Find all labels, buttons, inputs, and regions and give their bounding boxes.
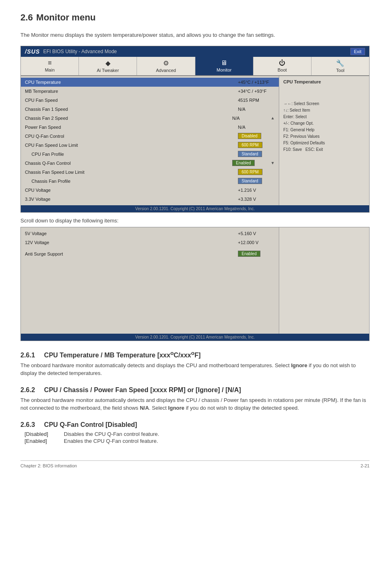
monitor-icon: 🖥 bbox=[197, 59, 251, 67]
bios-content-area-2: 5V Voltage +5.160 V 12V Voltage +12.000 … bbox=[21, 227, 369, 334]
bios-rows-panel-2: 5V Voltage +5.160 V 12V Voltage +12.000 … bbox=[21, 227, 279, 334]
badge-600rpm-cpu: 600 RPM bbox=[238, 142, 262, 148]
bios-ui-secondary: 5V Voltage +5.160 V 12V Voltage +12.000 … bbox=[20, 227, 370, 341]
def-disabled: [Disabled] Disables the CPU Q-Fan contro… bbox=[25, 431, 370, 437]
label-12v: 12V Voltage bbox=[25, 240, 238, 245]
main-icon: ≡ bbox=[22, 59, 77, 67]
value-chassis-fan-profile: Standard bbox=[238, 178, 275, 184]
badge-enabled-antisurge: Enabled bbox=[238, 251, 260, 257]
row-chassis-qfan[interactable]: Chassis Q-Fan Control Enabled ▼ bbox=[21, 159, 279, 168]
subsection-263: 2.6.3 CPU Q-Fan Control [Disabled] [Disa… bbox=[20, 421, 370, 444]
label-chassis-fan2: Chassis Fan 2 Speed bbox=[25, 116, 232, 121]
value-cpu-fan-profile: Standard bbox=[238, 151, 275, 157]
subsection-263-title: 2.6.3 CPU Q-Fan Control [Disabled] bbox=[20, 421, 370, 429]
advanced-icon: ⚙ bbox=[139, 59, 193, 67]
nav-tool-label: Tool bbox=[336, 68, 344, 73]
value-cpu-voltage: +1.216 V bbox=[238, 188, 275, 193]
bios-content-area: CPU Temperature +45°C / +113°F MB Temper… bbox=[21, 76, 369, 205]
subsection-261-heading: CPU Temperature / MB Temperature [xxxoC/… bbox=[44, 352, 201, 359]
subsection-263-heading: CPU Q-Fan Control [Disabled] bbox=[44, 421, 137, 428]
label-cpu-qfan: CPU Q-Fan Control bbox=[25, 134, 238, 139]
footer-page-number: 2-21 bbox=[361, 463, 370, 468]
value-chassis-qfan: Enabled bbox=[232, 160, 269, 166]
subsection-261-desc: The onboard hardware monitor automatical… bbox=[20, 361, 370, 377]
badge-standard-cpu: Standard bbox=[238, 151, 262, 157]
value-chassis-fan-low-limit: 600 RPM bbox=[238, 169, 275, 175]
label-33v-voltage: 3.3V Voltage bbox=[25, 197, 238, 202]
label-mb-temperature: MB Temperature bbox=[25, 89, 238, 94]
ai-tweaker-icon: ◆ bbox=[81, 59, 135, 67]
value-cpu-temperature: +45°C / +113°F bbox=[238, 80, 275, 85]
row-cpu-temperature[interactable]: CPU Temperature +45°C / +113°F bbox=[21, 78, 279, 87]
bios-nav: ≡ Main ◆ Ai Tweaker ⚙ Advanced 🖥 Monitor… bbox=[21, 57, 369, 76]
scroll-label: Scroll down to display the following ite… bbox=[20, 218, 370, 224]
label-cpu-temperature: CPU Temperature bbox=[25, 80, 238, 85]
value-mb-temperature: +34°C / +93°F bbox=[238, 89, 275, 94]
label-chassis-qfan: Chassis Q-Fan Control bbox=[25, 161, 232, 166]
label-chassis-fan-low-limit: Chassis Fan Speed Low Limit bbox=[25, 170, 238, 175]
def-term-enabled: [Enabled] bbox=[25, 438, 57, 444]
row-chassis-fan-profile[interactable]: Chassis Fan Profile Standard bbox=[21, 177, 279, 186]
nav-ai-tweaker-label: Ai Tweaker bbox=[97, 68, 119, 73]
value-anti-surge: Enabled bbox=[238, 251, 275, 257]
label-cpu-fan-low-limit: CPU Fan Speed Low Limit bbox=[25, 143, 238, 148]
row-chassis-fan2[interactable]: Chassis Fan 2 Speed N/A ▲ bbox=[21, 114, 279, 123]
value-power-fan: N/A bbox=[238, 125, 275, 130]
subsection-263-number: 2.6.3 bbox=[20, 421, 35, 428]
row-power-fan[interactable]: Power Fan Speed N/A bbox=[21, 123, 279, 132]
subsection-262-title: 2.6.2 CPU / Chassis / Power Fan Speed [x… bbox=[20, 386, 370, 394]
nav-boot-label: Boot bbox=[278, 67, 287, 72]
section-number: 2.6 bbox=[20, 12, 33, 23]
nav-monitor[interactable]: 🖥 Monitor bbox=[195, 57, 253, 75]
value-chassis-fan2: N/A bbox=[232, 116, 269, 121]
row-cpu-voltage[interactable]: CPU Voltage +1.216 V bbox=[21, 186, 279, 195]
label-anti-surge: Anti Surge Support bbox=[25, 251, 238, 256]
def-desc-disabled: Disables the CPU Q-Fan control feature. bbox=[64, 431, 159, 437]
boot-icon: ⏻ bbox=[255, 59, 309, 67]
value-33v-voltage: +3.328 V bbox=[238, 197, 275, 202]
subsection-262-heading: CPU / Chassis / Power Fan Speed [xxxx RP… bbox=[44, 386, 241, 393]
nav-advanced[interactable]: ⚙ Advanced bbox=[137, 57, 195, 75]
label-chassis-fan-profile: Chassis Fan Profile bbox=[25, 179, 238, 184]
bios-info-panel: CPU Temperature →←: Select Screen ↑↓: Se… bbox=[279, 76, 369, 205]
value-cpu-qfan: Disabled bbox=[238, 133, 275, 139]
row-33v-voltage[interactable]: 3.3V Voltage +3.328 V bbox=[21, 195, 279, 204]
value-12v: +12.000 V bbox=[238, 240, 275, 245]
asus-logo: /SUS bbox=[25, 48, 40, 55]
row-chassis-fan1[interactable]: Chassis Fan 1 Speed N/A bbox=[21, 105, 279, 114]
nav-ai-tweaker[interactable]: ◆ Ai Tweaker bbox=[79, 57, 137, 75]
section-heading: Monitor menu bbox=[36, 12, 96, 23]
value-5v: +5.160 V bbox=[238, 231, 275, 236]
info-panel-title: CPU Temperature bbox=[283, 79, 365, 84]
row-cpu-qfan[interactable]: CPU Q-Fan Control Disabled bbox=[21, 132, 279, 141]
row-cpu-fan-speed[interactable]: CPU Fan Speed 4515 RPM bbox=[21, 96, 279, 105]
bios-exit-button[interactable]: Exit bbox=[350, 48, 365, 55]
row-anti-surge[interactable]: Anti Surge Support Enabled bbox=[21, 249, 279, 258]
subsection-262: 2.6.2 CPU / Chassis / Power Fan Speed [x… bbox=[20, 386, 370, 412]
row-chassis-fan-low-limit[interactable]: Chassis Fan Speed Low Limit 600 RPM bbox=[21, 168, 279, 177]
bios-info-panel-2 bbox=[279, 227, 369, 334]
def-term-disabled: [Disabled] bbox=[25, 431, 57, 437]
label-power-fan: Power Fan Speed bbox=[25, 125, 238, 130]
nav-tool[interactable]: 🔧 Tool bbox=[312, 57, 369, 75]
row-cpu-fan-profile[interactable]: CPU Fan Profile Standard bbox=[21, 150, 279, 159]
label-cpu-voltage: CPU Voltage bbox=[25, 188, 238, 193]
row-mb-temperature[interactable]: MB Temperature +34°C / +93°F bbox=[21, 87, 279, 96]
bios-footer-secondary: Version 2.00.1201. Copyright (C) 2011 Am… bbox=[21, 334, 369, 341]
subsection-261: 2.6.1 CPU Temperature / MB Temperature [… bbox=[20, 350, 370, 377]
subsection-261-title: 2.6.1 CPU Temperature / MB Temperature [… bbox=[20, 350, 370, 359]
nav-main-label: Main bbox=[45, 67, 55, 72]
row-cpu-fan-low-limit[interactable]: CPU Fan Speed Low Limit 600 RPM bbox=[21, 141, 279, 150]
badge-standard-chassis: Standard bbox=[238, 178, 262, 184]
nav-main[interactable]: ≡ Main bbox=[21, 57, 79, 75]
tool-icon: 🔧 bbox=[313, 59, 368, 67]
bios-header: /SUS EFI BIOS Utility - Advanced Mode Ex… bbox=[21, 46, 369, 57]
definitions-263: [Disabled] Disables the CPU Q-Fan contro… bbox=[25, 431, 370, 444]
value-cpu-fan-low-limit: 600 RPM bbox=[238, 142, 275, 148]
row-12v[interactable]: 12V Voltage +12.000 V bbox=[21, 238, 279, 247]
bios-rows-panel: CPU Temperature +45°C / +113°F MB Temper… bbox=[21, 76, 279, 205]
row-5v[interactable]: 5V Voltage +5.160 V bbox=[21, 229, 279, 238]
nav-boot[interactable]: ⏻ Boot bbox=[253, 57, 312, 75]
badge-enabled-chassis: Enabled bbox=[232, 160, 255, 166]
label-cpu-fan-profile: CPU Fan Profile bbox=[25, 152, 238, 157]
